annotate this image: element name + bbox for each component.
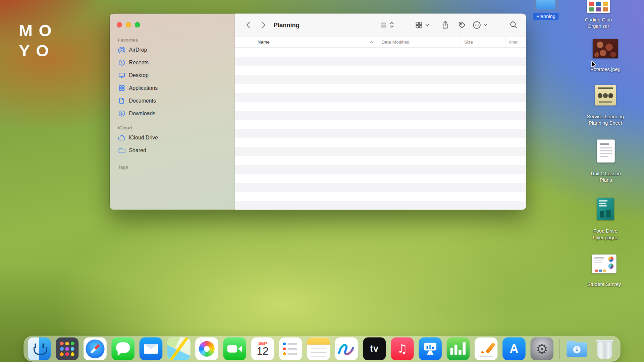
sidebar-item-documents[interactable]: Documents <box>117 95 230 107</box>
desktop-icon-student-survey[interactable]: Student Survey <box>578 254 631 288</box>
folder-icon <box>536 0 555 10</box>
dock-item-freeform[interactable] <box>335 337 358 360</box>
sidebar-item-shared[interactable]: Shared <box>117 144 230 157</box>
dock-item-pages[interactable] <box>475 337 498 360</box>
tv-glyph: tv <box>370 343 379 354</box>
more-options-button[interactable] <box>472 20 487 29</box>
dock-item-system-settings[interactable]: ⚙ <box>530 337 553 360</box>
shared-folder-icon <box>118 146 125 154</box>
sidebar-item-desktop[interactable]: Desktop <box>117 69 230 82</box>
dock-item-mail[interactable] <box>140 337 163 360</box>
dock-item-downloads[interactable] <box>566 337 589 360</box>
desktop-icon-service-learning-planning-sheet[interactable]: Service Learning Planning Sheet <box>579 85 632 126</box>
gear-icon: ⚙ <box>536 342 548 356</box>
document-thumbnail <box>587 0 610 13</box>
share-button[interactable] <box>441 20 449 29</box>
moyo-logo: MO YO <box>19 20 58 61</box>
document-icon <box>118 97 125 105</box>
column-header-name[interactable]: Name <box>235 37 378 47</box>
desktop-icon-planning-folder[interactable]: Planning <box>519 0 573 20</box>
ellipsis-circle-icon <box>472 20 481 29</box>
column-label: Size <box>464 40 473 45</box>
system-settings-icon: ⚙ <box>530 337 553 360</box>
minimize-button[interactable] <box>126 22 131 27</box>
document-thumbnail <box>592 254 616 273</box>
search-button[interactable] <box>509 20 518 29</box>
app-store-glyph: A <box>509 342 519 356</box>
dock-item-keynote[interactable] <box>419 337 442 360</box>
sidebar-item-icloud-drive[interactable]: iCloud Drive <box>117 131 230 144</box>
sidebar-item-label: AirDrop <box>129 47 147 53</box>
dock-item-trash[interactable] <box>593 337 616 360</box>
view-options-button[interactable] <box>379 21 394 29</box>
dock-separator <box>559 339 559 359</box>
close-button[interactable] <box>117 22 122 27</box>
mail-icon <box>140 337 163 360</box>
desktop-icon-potatoes-jpeg[interactable]: Potatoes.jpeg <box>579 39 632 72</box>
sidebar-item-recents[interactable]: Recents <box>117 56 230 69</box>
column-header-kind[interactable]: Kind <box>505 37 526 47</box>
desktop-icon-label: Service Learning Planning Sheet <box>581 113 630 126</box>
window-title: Planning <box>274 21 300 28</box>
column-header-size[interactable]: Size <box>460 37 505 47</box>
numbers-icon <box>447 337 470 360</box>
chevron-left-icon <box>246 21 251 29</box>
sidebar-item-label: Recents <box>129 60 148 66</box>
launchpad-icon <box>56 337 79 360</box>
pages-icon <box>475 337 498 360</box>
airdrop-icon <box>118 46 125 54</box>
dock-item-notes[interactable] <box>307 337 330 360</box>
desktop-icon-unit-2-lesson-plans[interactable]: Unit 2 Lesson Plans <box>579 139 633 183</box>
finder-main-pane: Planning <box>235 13 526 209</box>
cloud-icon <box>118 134 125 141</box>
calendar-icon: SEP 12 <box>251 337 274 360</box>
file-list-empty[interactable] <box>235 48 526 210</box>
sidebar-item-label: iCloud Drive <box>129 135 158 141</box>
desktop-wallpaper: MO YO Favorites AirDrop Recents <box>0 0 644 362</box>
sidebar-item-label: Shared <box>129 147 146 154</box>
desktop-icon-coding-club-organizer[interactable]: Coding Club Organizer <box>579 0 618 29</box>
dock-item-maps[interactable] <box>167 337 191 360</box>
sidebar-item-airdrop[interactable]: AirDrop <box>117 44 230 56</box>
sidebar-section-tags: Tags <box>118 165 230 170</box>
dock-item-reminders[interactable] <box>279 337 302 360</box>
image-thumbnail <box>593 39 618 58</box>
dock-item-calendar[interactable]: SEP 12 <box>251 337 274 360</box>
chevron-down-icon <box>483 23 487 26</box>
dock-item-messages[interactable] <box>111 337 135 360</box>
share-icon <box>441 20 449 29</box>
maps-icon <box>167 337 191 360</box>
column-label: Date Modified <box>382 40 410 45</box>
selected-icon-label: Planning <box>533 13 559 20</box>
music-icon: ♫ <box>391 337 414 360</box>
safari-icon <box>84 337 107 360</box>
desktop-icon <box>118 71 125 79</box>
finder-icon <box>28 337 51 360</box>
apple-tv-icon: tv <box>363 337 386 360</box>
dock-item-photos[interactable] <box>195 337 218 360</box>
dock-item-safari[interactable] <box>84 337 107 360</box>
selection-highlight <box>533 0 559 11</box>
dock-item-tv[interactable]: tv <box>363 337 386 360</box>
sidebar-item-applications[interactable]: Applications <box>117 82 230 95</box>
back-button[interactable] <box>244 19 252 30</box>
column-label: Kind <box>508 40 518 45</box>
applications-grid-icon <box>118 84 125 92</box>
dock-item-music[interactable]: ♫ <box>391 337 414 360</box>
clock-icon <box>118 59 125 66</box>
dock-item-facetime[interactable] <box>223 337 247 360</box>
document-thumbnail <box>597 198 614 220</box>
dock-item-launchpad[interactable] <box>56 337 79 360</box>
group-button[interactable] <box>415 21 429 29</box>
zoom-button[interactable] <box>135 22 140 27</box>
dock: SEP 12 tv ♫ A ⚙ <box>23 336 620 362</box>
dock-item-numbers[interactable] <box>447 337 470 360</box>
desktop-icon-food-drive-flyer[interactable]: Food Drive Flyer.pages <box>579 198 632 241</box>
dock-item-finder[interactable] <box>28 337 51 360</box>
keynote-icon <box>419 337 442 360</box>
column-header-date-modified[interactable]: Date Modified <box>378 37 460 47</box>
sidebar-item-downloads[interactable]: Downloads <box>117 107 230 120</box>
forward-button[interactable] <box>260 19 268 30</box>
tags-button[interactable] <box>458 21 466 29</box>
dock-item-app-store[interactable]: A <box>502 337 526 360</box>
